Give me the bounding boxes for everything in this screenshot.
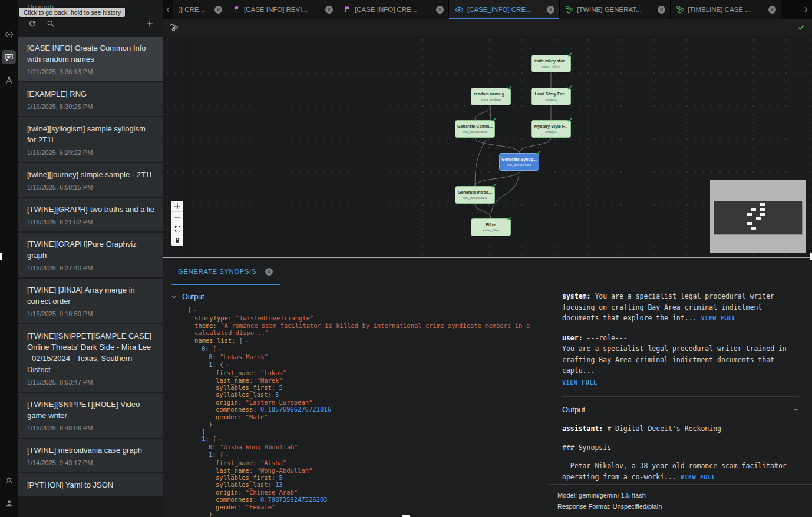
node-load-story-for[interactable]: Load Story For...snippet <box>531 88 571 105</box>
node-generate-synop[interactable]: Generate Synop...llm_completion <box>499 153 539 171</box>
node-success-check-icon <box>491 117 496 122</box>
activity-bar-bottom <box>2 473 16 510</box>
flag-icon <box>344 6 351 13</box>
user-icon[interactable] <box>2 496 16 510</box>
node-mystery-style-f[interactable]: Mystery Style F...snippet <box>531 120 571 138</box>
node-generate-introd[interactable]: Generate Introd...llm_completion <box>455 186 495 204</box>
prompt-item-twine-graph-two-truths-and-a-lie[interactable]: [TWINE][GRAPH} two truths and a lie1/16/… <box>18 198 163 231</box>
node-subtitle: llm_completion <box>463 130 487 134</box>
prompt-item-twine-snippet-role-video-game-wr[interactable]: [TWINE][SNIPPET][ROLE] Video game writer… <box>18 393 163 438</box>
json-line: 0: "Aisha Wong-Abdullah" <box>187 443 539 450</box>
prompt-item-twine-syllogism-sample-syllogism[interactable]: [twine][syllogism] sample syllogism for … <box>18 117 163 162</box>
tab-case-info-revi[interactable]: [CASE INFO] REVI...× <box>227 0 338 19</box>
search-icon[interactable] <box>47 19 55 28</box>
node-title: Generate Introd... <box>458 190 492 195</box>
minimap-viewport <box>714 201 802 234</box>
tab-label: [CASE INFO] CRE... <box>355 6 433 13</box>
workflow-icon[interactable] <box>170 24 178 31</box>
view-full-link[interactable]: VIEW FULL <box>681 474 716 480</box>
message-user: user: ---role--- You are a specialist le… <box>562 333 799 389</box>
prompt-timestamp: 1/15/2025, 9:16:50 PM <box>27 310 155 317</box>
tab-close-icon[interactable]: × <box>436 6 444 14</box>
output-collapse-header[interactable]: Output <box>163 285 549 306</box>
gear-icon[interactable] <box>2 473 16 487</box>
json-line: origin: "Eastern European" <box>187 399 539 406</box>
prompt-title: [TWINE] [JINJA] Array merge in correct o… <box>27 284 155 307</box>
main-area: )] CRE...×[CASE INFO] REVI...×[CASE INFO… <box>163 0 812 517</box>
prompt-title: [TWINE][GRAPH]Pure Graphviz graph <box>27 238 155 261</box>
zoom-in-button[interactable] <box>171 201 183 212</box>
prompt-title: [twine][journey] simple sample - 2T1L <box>27 169 155 180</box>
prompt-item-twine-metroidvania-case-graph[interactable]: [TWINE] metroidvania case graph1/14/2025… <box>18 439 163 472</box>
prompt-title: [TWINE][SNIPPET][SAMPLE CASE] Online Thr… <box>27 330 155 375</box>
refresh-icon[interactable] <box>28 19 37 28</box>
tab-case-info-cre[interactable]: [CASE_INFO] CRE...× <box>449 0 560 19</box>
node-filter[interactable]: Filterstate_filter <box>471 218 511 236</box>
close-icon[interactable]: × <box>265 268 273 276</box>
tab-generate-synopsis[interactable]: GENERATE SYNOPSIS × <box>171 258 280 285</box>
node-generate-comm[interactable]: Generate Comm...llm_completion <box>455 120 495 138</box>
json-line: gender: "Male" <box>187 413 539 420</box>
prompt-item-example-rng[interactable]: [EXAMPLE] RNG1/16/2025, 8:30:25 PM <box>18 82 163 116</box>
view-full-link[interactable]: VIEW FULL <box>701 315 736 322</box>
node-random-name-g[interactable]: random name g...exec_python <box>471 88 511 105</box>
zoom-out-button[interactable] <box>171 212 183 223</box>
json-line: storyType: "TwistedLoveTriangle" <box>187 314 539 322</box>
json-line: origin: "Chinese-Arab" <box>187 489 539 496</box>
assistant-subheading: ### Synopsis <box>562 442 799 453</box>
minimap-node <box>751 227 756 230</box>
eye-icon[interactable] <box>2 27 16 41</box>
prompt-item-python-yaml-to-json[interactable]: [PYTHON] Yaml to JSON <box>18 473 163 496</box>
response-output-header[interactable]: Output <box>549 397 812 415</box>
json-line: last_name: "Marek" <box>187 377 539 384</box>
resize-handle-bottom[interactable] <box>402 515 410 517</box>
tab-close-icon[interactable]: × <box>325 6 333 14</box>
assistant-response: assistant: # Digital Deceit's Reckoning#… <box>549 415 812 483</box>
node-subtitle: state_filter <box>483 228 499 233</box>
response-output-label: Output <box>562 405 585 414</box>
node-state-mkey-stor[interactable]: state mkey stor...state_mkey <box>531 55 571 72</box>
json-line: syllables_first: 5 <box>187 384 539 391</box>
horizontal-splitter[interactable] <box>163 257 812 258</box>
chevron-up-icon <box>793 406 799 413</box>
tab-case-info-cre[interactable]: [CASE INFO] CRE...× <box>338 0 449 19</box>
tab-close-icon[interactable]: × <box>658 6 665 14</box>
add-prompt-button[interactable] <box>146 19 154 28</box>
json-line: first_name: "Lukas" <box>187 369 539 376</box>
prompt-item-case-info-create-common-info-wit[interactable]: [CASE INFO] Create Common Info with rand… <box>18 37 163 81</box>
tab-timeline-case[interactable]: [TIMELINE] CASE ...× <box>671 0 781 19</box>
node-success-check-icon <box>567 117 572 122</box>
tab-close-icon[interactable]: × <box>214 6 222 14</box>
tab-close-icon[interactable]: × <box>547 6 554 14</box>
fit-view-button[interactable] <box>171 223 183 234</box>
prompt-item-twine-jinja-array-merge-in-corre[interactable]: [TWINE] [JINJA] Array merge in correct o… <box>18 279 163 323</box>
activity-bar <box>0 0 18 517</box>
prompt-item-twine-snippet-sample-case-online[interactable]: [TWINE][SNIPPET][SAMPLE CASE] Online Thr… <box>18 324 163 392</box>
response-format-info: Response Format: Unspecified/plain <box>557 501 804 512</box>
tab-close-icon[interactable]: × <box>768 6 776 14</box>
prompt-item-twine-journey-simple-sample-2t1l[interactable]: [twine][journey] simple sample - 2T1L1/1… <box>18 163 163 197</box>
history-tooltip: Click to go back, hold to see history <box>19 8 125 17</box>
chat-icon[interactable] <box>2 50 16 64</box>
graph-edge <box>475 138 519 153</box>
chevron-down-icon <box>171 294 177 300</box>
graph-edge <box>491 171 519 218</box>
prompt-item-twine-graph-pure-graphviz-graph[interactable]: [TWINE][GRAPH]Pure Graphviz graph1/15/20… <box>18 233 163 277</box>
tab-scroll-left-icon[interactable] <box>163 0 173 19</box>
resize-handle-right[interactable] <box>810 253 812 260</box>
json-line: gender: "Female" <box>187 503 539 511</box>
view-full-link[interactable]: VIEW FULL <box>562 377 799 389</box>
lock-button[interactable] <box>171 234 183 246</box>
minimap[interactable] <box>710 180 806 253</box>
tab-twine-generat[interactable]: [TWINE] GENERAT...× <box>560 0 671 19</box>
assistant-body: — Petar Nikolov, a 38-year-old romance s… <box>562 460 799 483</box>
prompts-sidebar: Prompts Click to go back, hold to see hi… <box>18 0 163 517</box>
prompt-timestamp: 1/14/2025, 9:43:17 PM <box>27 459 155 466</box>
graph-canvas[interactable]: state mkey stor...state_mkeyrandom name … <box>163 19 812 257</box>
node-subtitle: snippet <box>545 130 556 134</box>
tab-scroll-right-icon[interactable] <box>799 0 812 19</box>
resize-handle-left[interactable] <box>0 253 2 260</box>
flask-icon[interactable] <box>2 73 16 87</box>
synopsis-tab-label: GENERATE SYNOPSIS <box>178 268 256 275</box>
tab-cre[interactable]: )] CRE...× <box>173 0 227 19</box>
